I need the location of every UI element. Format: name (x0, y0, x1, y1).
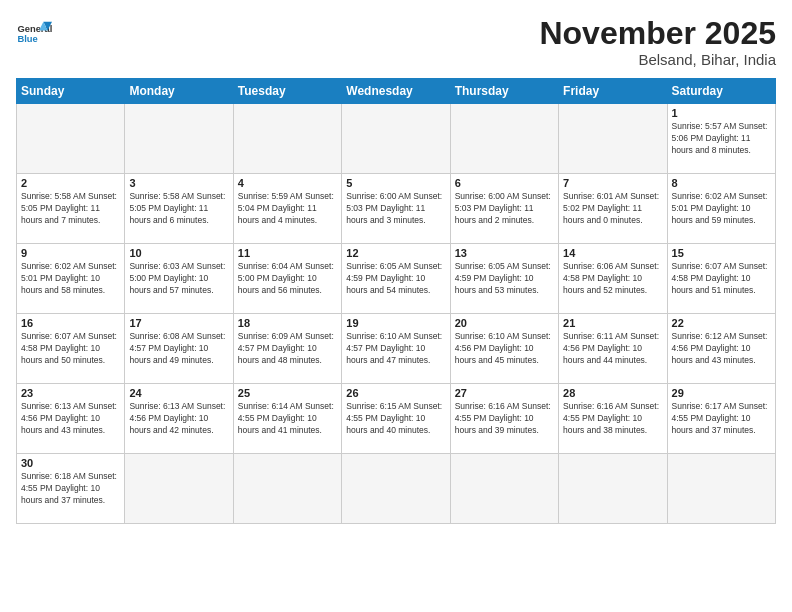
day-number: 17 (129, 317, 228, 329)
calendar-day-cell: 7Sunrise: 6:01 AM Sunset: 5:02 PM Daylig… (559, 174, 667, 244)
month-title: November 2025 (539, 16, 776, 51)
calendar-day-cell: 29Sunrise: 6:17 AM Sunset: 4:55 PM Dayli… (667, 384, 775, 454)
day-number: 27 (455, 387, 554, 399)
location-subtitle: Belsand, Bihar, India (539, 51, 776, 68)
general-blue-logo-icon: General Blue (16, 16, 52, 52)
day-number: 9 (21, 247, 120, 259)
day-info: Sunrise: 6:00 AM Sunset: 5:03 PM Dayligh… (455, 191, 554, 227)
calendar-day-cell (342, 104, 450, 174)
col-saturday: Saturday (667, 79, 775, 104)
day-info: Sunrise: 6:13 AM Sunset: 4:56 PM Dayligh… (21, 401, 120, 437)
day-info: Sunrise: 6:03 AM Sunset: 5:00 PM Dayligh… (129, 261, 228, 297)
calendar-day-cell: 8Sunrise: 6:02 AM Sunset: 5:01 PM Daylig… (667, 174, 775, 244)
day-number: 23 (21, 387, 120, 399)
calendar-day-cell (233, 104, 341, 174)
calendar-day-cell (559, 104, 667, 174)
day-info: Sunrise: 6:17 AM Sunset: 4:55 PM Dayligh… (672, 401, 771, 437)
calendar-day-cell: 25Sunrise: 6:14 AM Sunset: 4:55 PM Dayli… (233, 384, 341, 454)
day-info: Sunrise: 6:18 AM Sunset: 4:55 PM Dayligh… (21, 471, 120, 507)
day-info: Sunrise: 5:58 AM Sunset: 5:05 PM Dayligh… (21, 191, 120, 227)
calendar-day-cell: 26Sunrise: 6:15 AM Sunset: 4:55 PM Dayli… (342, 384, 450, 454)
header: General Blue November 2025 Belsand, Biha… (16, 16, 776, 68)
day-info: Sunrise: 6:09 AM Sunset: 4:57 PM Dayligh… (238, 331, 337, 367)
calendar-header-row: Sunday Monday Tuesday Wednesday Thursday… (17, 79, 776, 104)
calendar-day-cell: 12Sunrise: 6:05 AM Sunset: 4:59 PM Dayli… (342, 244, 450, 314)
calendar-day-cell (233, 454, 341, 524)
title-block: November 2025 Belsand, Bihar, India (539, 16, 776, 68)
day-number: 21 (563, 317, 662, 329)
calendar-day-cell (17, 104, 125, 174)
calendar-day-cell: 6Sunrise: 6:00 AM Sunset: 5:03 PM Daylig… (450, 174, 558, 244)
calendar-day-cell: 20Sunrise: 6:10 AM Sunset: 4:56 PM Dayli… (450, 314, 558, 384)
calendar-week-row: 9Sunrise: 6:02 AM Sunset: 5:01 PM Daylig… (17, 244, 776, 314)
calendar-day-cell: 30Sunrise: 6:18 AM Sunset: 4:55 PM Dayli… (17, 454, 125, 524)
calendar-week-row: 23Sunrise: 6:13 AM Sunset: 4:56 PM Dayli… (17, 384, 776, 454)
day-number: 26 (346, 387, 445, 399)
day-number: 1 (672, 107, 771, 119)
calendar-week-row: 16Sunrise: 6:07 AM Sunset: 4:58 PM Dayli… (17, 314, 776, 384)
calendar-week-row: 30Sunrise: 6:18 AM Sunset: 4:55 PM Dayli… (17, 454, 776, 524)
calendar-day-cell: 13Sunrise: 6:05 AM Sunset: 4:59 PM Dayli… (450, 244, 558, 314)
calendar-day-cell: 9Sunrise: 6:02 AM Sunset: 5:01 PM Daylig… (17, 244, 125, 314)
col-friday: Friday (559, 79, 667, 104)
calendar-week-row: 1Sunrise: 5:57 AM Sunset: 5:06 PM Daylig… (17, 104, 776, 174)
day-number: 24 (129, 387, 228, 399)
day-info: Sunrise: 6:07 AM Sunset: 4:58 PM Dayligh… (21, 331, 120, 367)
day-info: Sunrise: 5:57 AM Sunset: 5:06 PM Dayligh… (672, 121, 771, 157)
day-info: Sunrise: 6:00 AM Sunset: 5:03 PM Dayligh… (346, 191, 445, 227)
day-info: Sunrise: 6:13 AM Sunset: 4:56 PM Dayligh… (129, 401, 228, 437)
calendar-day-cell: 3Sunrise: 5:58 AM Sunset: 5:05 PM Daylig… (125, 174, 233, 244)
page: General Blue November 2025 Belsand, Biha… (0, 0, 792, 612)
day-number: 6 (455, 177, 554, 189)
calendar-day-cell: 14Sunrise: 6:06 AM Sunset: 4:58 PM Dayli… (559, 244, 667, 314)
day-info: Sunrise: 6:02 AM Sunset: 5:01 PM Dayligh… (672, 191, 771, 227)
day-number: 29 (672, 387, 771, 399)
col-thursday: Thursday (450, 79, 558, 104)
calendar-day-cell: 28Sunrise: 6:16 AM Sunset: 4:55 PM Dayli… (559, 384, 667, 454)
logo: General Blue (16, 16, 52, 52)
calendar-day-cell (342, 454, 450, 524)
day-number: 2 (21, 177, 120, 189)
calendar-day-cell: 18Sunrise: 6:09 AM Sunset: 4:57 PM Dayli… (233, 314, 341, 384)
day-number: 25 (238, 387, 337, 399)
calendar-day-cell: 22Sunrise: 6:12 AM Sunset: 4:56 PM Dayli… (667, 314, 775, 384)
calendar-day-cell (667, 454, 775, 524)
day-number: 15 (672, 247, 771, 259)
day-number: 20 (455, 317, 554, 329)
day-number: 8 (672, 177, 771, 189)
calendar-day-cell: 17Sunrise: 6:08 AM Sunset: 4:57 PM Dayli… (125, 314, 233, 384)
day-number: 22 (672, 317, 771, 329)
day-number: 7 (563, 177, 662, 189)
calendar-day-cell: 19Sunrise: 6:10 AM Sunset: 4:57 PM Dayli… (342, 314, 450, 384)
day-number: 30 (21, 457, 120, 469)
day-number: 3 (129, 177, 228, 189)
calendar-day-cell: 5Sunrise: 6:00 AM Sunset: 5:03 PM Daylig… (342, 174, 450, 244)
day-info: Sunrise: 6:05 AM Sunset: 4:59 PM Dayligh… (346, 261, 445, 297)
day-number: 10 (129, 247, 228, 259)
col-wednesday: Wednesday (342, 79, 450, 104)
day-info: Sunrise: 6:10 AM Sunset: 4:56 PM Dayligh… (455, 331, 554, 367)
calendar-table: Sunday Monday Tuesday Wednesday Thursday… (16, 78, 776, 524)
day-info: Sunrise: 6:14 AM Sunset: 4:55 PM Dayligh… (238, 401, 337, 437)
svg-text:Blue: Blue (17, 34, 37, 44)
calendar-day-cell: 23Sunrise: 6:13 AM Sunset: 4:56 PM Dayli… (17, 384, 125, 454)
day-number: 18 (238, 317, 337, 329)
day-number: 11 (238, 247, 337, 259)
calendar-day-cell (125, 454, 233, 524)
day-number: 28 (563, 387, 662, 399)
calendar-day-cell: 10Sunrise: 6:03 AM Sunset: 5:00 PM Dayli… (125, 244, 233, 314)
calendar-week-row: 2Sunrise: 5:58 AM Sunset: 5:05 PM Daylig… (17, 174, 776, 244)
day-info: Sunrise: 6:05 AM Sunset: 4:59 PM Dayligh… (455, 261, 554, 297)
calendar-day-cell: 24Sunrise: 6:13 AM Sunset: 4:56 PM Dayli… (125, 384, 233, 454)
day-info: Sunrise: 6:02 AM Sunset: 5:01 PM Dayligh… (21, 261, 120, 297)
day-info: Sunrise: 6:04 AM Sunset: 5:00 PM Dayligh… (238, 261, 337, 297)
day-info: Sunrise: 6:11 AM Sunset: 4:56 PM Dayligh… (563, 331, 662, 367)
day-info: Sunrise: 6:06 AM Sunset: 4:58 PM Dayligh… (563, 261, 662, 297)
day-info: Sunrise: 6:16 AM Sunset: 4:55 PM Dayligh… (563, 401, 662, 437)
day-number: 12 (346, 247, 445, 259)
calendar-day-cell (450, 454, 558, 524)
calendar-day-cell: 1Sunrise: 5:57 AM Sunset: 5:06 PM Daylig… (667, 104, 775, 174)
day-info: Sunrise: 6:15 AM Sunset: 4:55 PM Dayligh… (346, 401, 445, 437)
day-number: 4 (238, 177, 337, 189)
day-info: Sunrise: 6:12 AM Sunset: 4:56 PM Dayligh… (672, 331, 771, 367)
